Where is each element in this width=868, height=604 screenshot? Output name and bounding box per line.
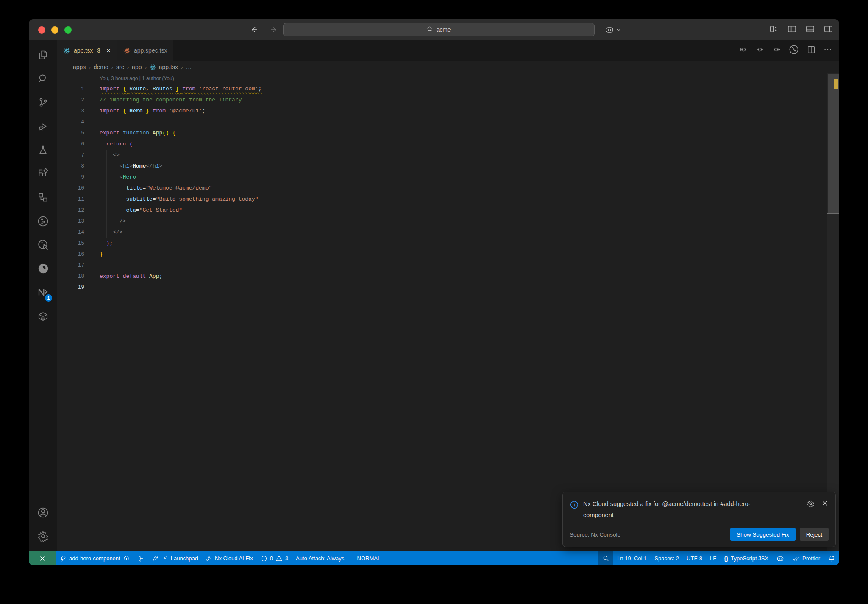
language-mode-status[interactable]: {} TypeScript JSX (720, 551, 772, 565)
problems-status[interactable]: 0 3 (257, 551, 292, 565)
toggle-secondary-sidebar-icon[interactable] (823, 24, 833, 36)
code-editor[interactable]: You, 3 hours ago | 1 author (You) 1impor… (57, 73, 839, 551)
code-line[interactable]: 9 <Hero (57, 172, 839, 183)
code-line[interactable]: 13 /> (57, 216, 839, 227)
code-line[interactable]: 16} (57, 249, 839, 260)
show-suggested-fix-button[interactable]: Show Suggested Fix (730, 528, 796, 541)
line-number: 2 (57, 95, 100, 106)
notification-close-icon[interactable] (821, 500, 829, 509)
vim-mode-status[interactable]: -- NORMAL -- (348, 551, 389, 565)
close-window-button[interactable] (38, 26, 45, 34)
extensions-icon[interactable] (29, 162, 57, 185)
line-number: 1 (57, 84, 100, 95)
code-token (149, 130, 153, 136)
search-icon[interactable] (29, 67, 57, 90)
more-actions-icon[interactable] (823, 45, 832, 56)
code-line[interactable]: 15 ); (57, 238, 839, 249)
remote-indicator[interactable] (29, 551, 56, 565)
tab-app-tsx[interactable]: app.tsx 3 × (57, 40, 117, 61)
code-line[interactable]: 17 (57, 260, 839, 271)
breadcrumb-item[interactable]: app (132, 64, 142, 70)
run-and-debug-icon[interactable] (29, 114, 57, 138)
close-tab-icon[interactable]: × (106, 47, 111, 54)
minimize-window-button[interactable] (51, 26, 58, 34)
gitlens-inspect-icon[interactable] (29, 233, 57, 257)
code-lines: 1import { Route, Routes } from 'react-ro… (57, 84, 839, 293)
account-icon[interactable] (29, 501, 57, 524)
encoding-status[interactable]: UTF-8 (683, 551, 706, 565)
code-line[interactable]: 6 return ( (57, 139, 839, 150)
gitlens-blame-annotation[interactable]: You, 3 hours ago | 1 author (You) (100, 73, 839, 84)
code-line[interactable]: 7 <> (57, 150, 839, 161)
split-editor-icon[interactable] (807, 45, 816, 56)
code-line[interactable]: 2// importing the component from the lib… (57, 95, 839, 106)
notification-settings-gear-icon[interactable] (807, 500, 815, 509)
auto-attach-status[interactable]: Auto Attach: Always (292, 551, 348, 565)
settings-gear-icon[interactable] (29, 524, 57, 548)
edge-browser-icon[interactable] (29, 257, 57, 280)
notifications-bell[interactable] (824, 551, 839, 565)
scrollbar-slider[interactable] (828, 74, 839, 213)
zoom-status[interactable] (598, 551, 613, 565)
breadcrumb-item[interactable]: demo (94, 64, 108, 70)
code-line[interactable]: 4 (57, 117, 839, 128)
indent-guide (100, 238, 100, 249)
customize-layout-icon[interactable] (769, 24, 779, 36)
line-content: <> (100, 150, 839, 161)
editor-scrollbar[interactable] (827, 73, 839, 551)
testing-icon[interactable] (29, 138, 57, 162)
code-line[interactable]: 12 cta="Get Started" (57, 205, 839, 216)
explorer-icon[interactable] (29, 43, 57, 67)
navigate-forward-icon[interactable] (270, 25, 278, 34)
gitlens-next-change-icon[interactable] (772, 45, 781, 56)
toggle-primary-sidebar-icon[interactable] (787, 24, 797, 36)
gitlens-changes-icon[interactable] (755, 45, 765, 56)
zoom-window-button[interactable] (64, 26, 72, 34)
code-line[interactable]: 1import { Route, Routes } from 'react-ro… (57, 84, 839, 95)
commit-graph-status[interactable] (134, 551, 148, 565)
toggle-panel-icon[interactable] (805, 24, 815, 36)
indentation-status[interactable]: Spaces: 2 (651, 551, 683, 565)
warning-icon (275, 555, 283, 562)
eol-status[interactable]: LF (706, 551, 720, 565)
code-line[interactable]: 19 (57, 282, 839, 293)
nx-console-icon[interactable]: 1 (29, 280, 57, 304)
editor-actions (732, 40, 839, 61)
notification-source: Source: Nx Console (570, 531, 620, 538)
code-token: h1 (153, 163, 159, 169)
breadcrumb-item[interactable]: src (116, 64, 124, 70)
code-line[interactable]: 3import { Hero } from '@acme/ui'; (57, 106, 839, 117)
code-line[interactable]: 10 title="Welcmoe @acme/demo" (57, 183, 839, 194)
source-control-icon[interactable] (29, 90, 57, 114)
navigate-back-icon[interactable] (250, 25, 259, 34)
copilot-menu[interactable] (604, 23, 621, 36)
command-center-search[interactable]: acme (283, 23, 595, 36)
containers-icon[interactable] (29, 304, 57, 328)
code-line[interactable]: 8 <h1>Home</h1> (57, 161, 839, 172)
run-commit-graph-icon[interactable] (788, 44, 799, 57)
line-content: title="Welcmoe @acme/demo" (100, 183, 839, 194)
indent-guide (100, 205, 100, 216)
git-branch-status[interactable]: add-hero-component (56, 551, 134, 565)
gitlens-previous-change-icon[interactable] (739, 45, 748, 56)
breadcrumb-item[interactable]: apps (73, 64, 86, 70)
breadcrumb-item[interactable]: … (186, 64, 192, 70)
code-token: "Build something amazing today" (156, 196, 259, 202)
code-line[interactable]: 18export default App; (57, 271, 839, 282)
copilot-status[interactable] (772, 551, 788, 565)
breadcrumb-item[interactable]: app.tsx (159, 64, 178, 70)
search-icon (427, 26, 433, 34)
tab-app-spec-tsx[interactable]: app.spec.tsx (117, 40, 173, 61)
prettier-status[interactable]: Prettier (788, 551, 824, 565)
hierarchy-icon[interactable] (29, 185, 57, 209)
nx-cloud-fix-status[interactable]: Nx Cloud AI Fix (202, 551, 257, 565)
code-line[interactable]: 14 </> (57, 227, 839, 238)
line-content (100, 117, 839, 128)
code-line[interactable]: 11 subtitle="Build something amazing tod… (57, 194, 839, 205)
code-line[interactable]: 5export function App() { (57, 128, 839, 139)
gitlens-launchpad-status[interactable]: Launchpad (148, 551, 202, 565)
branch-name: add-hero-component (69, 555, 120, 562)
cursor-position-status[interactable]: Ln 19, Col 1 (613, 551, 651, 565)
gitlens-icon[interactable] (29, 209, 57, 233)
reject-button[interactable]: Reject (800, 528, 829, 541)
